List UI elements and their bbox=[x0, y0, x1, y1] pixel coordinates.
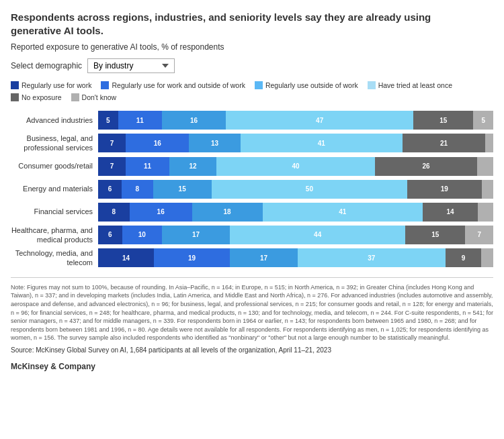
bar-segment: 5 bbox=[473, 111, 493, 130]
bar-segment: 41 bbox=[263, 203, 423, 222]
bar-segment: 21 bbox=[403, 134, 485, 152]
page-title: Respondents across regions, industries, … bbox=[11, 11, 481, 37]
bar-segment bbox=[478, 203, 493, 222]
bar-segment: 7 bbox=[98, 134, 126, 152]
row-label: Energy and materials bbox=[11, 184, 98, 193]
bar-segment bbox=[477, 157, 493, 176]
chart-area: Advanced industries5111647155Business, l… bbox=[11, 111, 493, 268]
bar-segment: 37 bbox=[298, 248, 446, 267]
chart-row: Financial services816184114 bbox=[11, 203, 493, 222]
bar-container: 5111647155 bbox=[98, 111, 493, 130]
row-label: Financial services bbox=[11, 207, 98, 216]
bar-segment: 17 bbox=[230, 248, 298, 267]
bar-segment: 19 bbox=[407, 180, 482, 199]
bar-segment: 26 bbox=[375, 157, 478, 176]
bar-segment: 9 bbox=[446, 248, 481, 267]
bar-container: 716134121 bbox=[98, 134, 493, 152]
row-label: Business, legal, and professional servic… bbox=[11, 134, 98, 153]
bar-segment: 14 bbox=[423, 203, 478, 222]
bar-segment: 18 bbox=[192, 203, 263, 222]
bar-segment: 16 bbox=[130, 203, 192, 222]
bar-segment: 7 bbox=[465, 226, 493, 244]
bar-segment: 5 bbox=[98, 111, 118, 130]
bar-segment: 11 bbox=[126, 157, 169, 176]
brand: McKinsey & Company bbox=[11, 362, 493, 371]
bar-segment: 14 bbox=[98, 248, 154, 267]
bar-segment: 19 bbox=[154, 248, 230, 267]
demographic-select[interactable]: By industry bbox=[87, 58, 175, 73]
bar-segment: 15 bbox=[405, 226, 465, 244]
legend-item: No exposure bbox=[11, 93, 62, 101]
footnote: Note: Figures may not sum to 100%, becau… bbox=[11, 277, 493, 342]
legend: Regularly use for workRegularly use for … bbox=[11, 81, 493, 101]
bar-container: 6101744157 bbox=[98, 226, 493, 244]
legend-item: Have tried at least once bbox=[368, 81, 452, 89]
row-label: Consumer goods/retail bbox=[11, 161, 98, 170]
bar-segment: 12 bbox=[169, 157, 217, 176]
bar-container: 141917379 bbox=[98, 248, 493, 267]
legend-item: Regularly use outside of work bbox=[255, 81, 358, 89]
bar-segment: 10 bbox=[122, 226, 162, 244]
bar-segment: 15 bbox=[413, 111, 473, 130]
select-label: Select demographic bbox=[11, 61, 82, 70]
row-label: Technology, media, and telecom bbox=[11, 248, 98, 268]
bar-segment: 15 bbox=[153, 180, 212, 199]
bar-container: 68155019 bbox=[98, 180, 493, 199]
chart-row: Healthcare, pharma, and medical products… bbox=[11, 226, 493, 245]
bar-segment: 41 bbox=[241, 134, 403, 152]
row-label: Healthcare, pharma, and medical products bbox=[11, 226, 98, 245]
bar-segment: 16 bbox=[162, 111, 226, 130]
chart-row: Business, legal, and professional servic… bbox=[11, 134, 493, 153]
legend-item: Regularly use for work bbox=[11, 81, 91, 89]
bar-segment bbox=[481, 248, 493, 267]
bar-segment: 16 bbox=[126, 134, 189, 152]
row-label: Advanced industries bbox=[11, 115, 98, 125]
bar-segment: 6 bbox=[98, 226, 122, 244]
bar-segment: 50 bbox=[212, 180, 407, 199]
bar-segment: 11 bbox=[118, 111, 162, 130]
bar-segment bbox=[482, 180, 493, 199]
source: Source: McKinsey Global Survey on AI, 1,… bbox=[11, 346, 493, 354]
subtitle: Reported exposure to generative AI tools… bbox=[11, 42, 493, 52]
bar-segment: 17 bbox=[162, 226, 230, 244]
bar-segment: 44 bbox=[230, 226, 405, 244]
bar-segment bbox=[485, 134, 493, 152]
bar-container: 711124026 bbox=[98, 157, 493, 176]
chart-row: Technology, media, and telecom141917379 bbox=[11, 248, 493, 268]
bar-segment: 8 bbox=[98, 203, 130, 222]
bar-segment: 6 bbox=[98, 180, 122, 199]
legend-item: Don't know bbox=[71, 93, 117, 101]
chart-row: Consumer goods/retail711124026 bbox=[11, 157, 493, 176]
bar-segment: 40 bbox=[216, 157, 374, 176]
bar-container: 816184114 bbox=[98, 203, 493, 222]
bar-segment: 13 bbox=[189, 134, 240, 152]
bar-segment: 47 bbox=[226, 111, 413, 130]
bar-segment: 8 bbox=[122, 180, 153, 199]
legend-item: Regularly use for work and outside of wo… bbox=[101, 81, 245, 89]
chart-row: Energy and materials68155019 bbox=[11, 180, 493, 199]
chart-row: Advanced industries5111647155 bbox=[11, 111, 493, 130]
bar-segment: 7 bbox=[98, 157, 126, 176]
